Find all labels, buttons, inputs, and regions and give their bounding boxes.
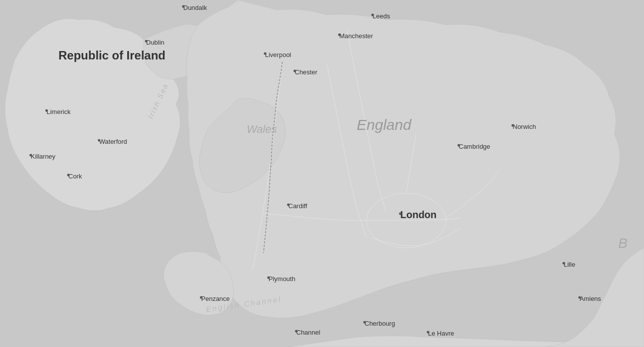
label-cork: Cork <box>68 173 82 180</box>
label-lille: Lille <box>564 261 575 268</box>
map-container: Dundalk Dublin Republic of Ireland Liver… <box>0 0 644 347</box>
city-london: London <box>400 209 436 221</box>
label-liverpool: Liverpool <box>265 51 291 58</box>
dot-liverpool <box>264 53 267 55</box>
city-cherbourg: Cherbourg <box>365 320 395 327</box>
dot-manchester <box>338 34 341 36</box>
label-manchester: Manchester <box>339 32 373 40</box>
dot-lille <box>563 262 565 265</box>
city-le-havre: Le Havre <box>428 330 454 337</box>
dot-le-havre <box>427 331 429 334</box>
dot-cambridge <box>458 144 460 147</box>
label-leeds: Leeds <box>373 12 390 20</box>
city-dublin: Dublin <box>146 39 164 46</box>
city-plymouth: Plymouth <box>268 275 295 283</box>
dot-london <box>399 213 402 215</box>
dot-cardiff <box>287 204 290 206</box>
label-cambridge: Cambridge <box>459 143 490 150</box>
dot-waterford <box>98 139 101 142</box>
city-cork: Cork <box>68 173 82 180</box>
city-manchester: Manchester <box>339 32 373 40</box>
city-cambridge: Cambridge <box>459 143 490 150</box>
city-chester: Chester <box>295 68 318 76</box>
label-cardiff: Cardiff <box>288 202 307 210</box>
city-waterford: Waterford <box>99 138 127 145</box>
label-london: London <box>400 209 436 221</box>
map-svg <box>0 0 644 347</box>
label-plymouth: Plymouth <box>268 275 295 283</box>
city-cardiff: Cardiff <box>288 202 307 210</box>
city-limerick: Limerick <box>47 108 70 116</box>
city-dundalk: Dundalk <box>183 4 207 11</box>
label-le-havre: Le Havre <box>428 330 454 337</box>
dot-plymouth <box>268 277 270 279</box>
city-liverpool: Liverpool <box>265 51 291 58</box>
city-penzance: Penzance <box>201 295 230 302</box>
label-dundalk: Dundalk <box>183 4 207 11</box>
city-lille: Lille <box>564 261 575 268</box>
dot-limerick <box>46 110 48 112</box>
label-dublin: Dublin <box>146 39 164 46</box>
label-amiens: Amiens <box>580 295 601 302</box>
dot-leeds <box>372 14 374 16</box>
label-channel: Channel <box>296 329 320 336</box>
dot-cork <box>67 174 70 176</box>
dot-dublin <box>145 40 148 43</box>
city-leeds: Leeds <box>373 12 390 20</box>
dot-penzance <box>200 296 203 299</box>
label-norwich: Norwich <box>513 123 536 130</box>
dot-channel <box>295 330 298 333</box>
label-chester: Chester <box>295 68 318 76</box>
dot-amiens <box>579 296 581 299</box>
dot-cherbourg <box>364 321 366 324</box>
dot-norwich <box>512 124 514 127</box>
city-killarney: Killarney <box>31 153 55 160</box>
label-waterford: Waterford <box>99 138 127 145</box>
dot-killarney <box>30 154 32 157</box>
label-cherbourg: Cherbourg <box>365 320 395 327</box>
label-limerick: Limerick <box>47 108 70 116</box>
label-killarney: Killarney <box>31 153 55 160</box>
city-channel: Channel <box>296 329 320 336</box>
city-amiens: Amiens <box>580 295 601 302</box>
dot-dundalk <box>182 5 185 8</box>
label-penzance: Penzance <box>201 295 230 302</box>
city-norwich: Norwich <box>513 123 536 130</box>
dot-chester <box>294 70 296 72</box>
